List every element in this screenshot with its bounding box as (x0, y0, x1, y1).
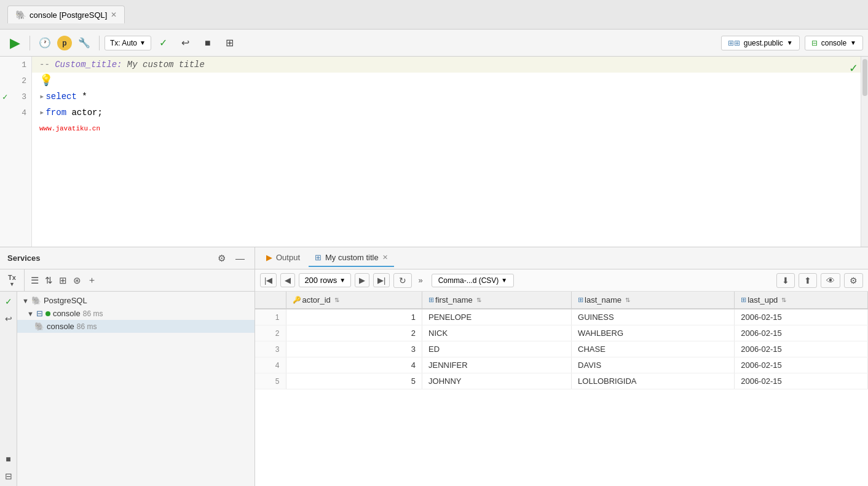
last-name-sort-icon: ⇅ (625, 297, 630, 303)
tree-item-console-2[interactable]: 🐘 console 86 ms (17, 320, 254, 333)
services-minimize-button[interactable]: — (233, 252, 247, 265)
cell-last-name: CHASE (572, 341, 735, 357)
cell-first-name: PENELOPE (422, 309, 572, 325)
code-line-1: -- Custom_title: My custom title (32, 57, 868, 73)
cell-first-name: ED (422, 341, 572, 357)
group-button[interactable]: ⊞ (57, 273, 69, 289)
cell-rownum: 1 (255, 309, 286, 325)
results-toolbar-right: ⬇ ⬆ 👁 ⚙ (776, 273, 863, 288)
data-table-wrap: 🔑 actor_id ⇅ ⊞ first_name ⇅ (255, 292, 868, 486)
first-name-col-icon: ⊞ (428, 296, 434, 304)
services-tree: ▼ 🐘 PostgreSQL ▼ ⊟ console 86 ms 🐘 conso… (17, 292, 254, 486)
cell-actor-id: 5 (286, 373, 422, 389)
commit-svc-button[interactable]: ✓ (4, 295, 14, 308)
tx-arrow-icon: ▼ (9, 281, 15, 287)
next-page-button[interactable]: ▶ (355, 273, 369, 287)
line-num-4: 4 (0, 105, 31, 121)
sort-button[interactable]: ⇅ (42, 273, 55, 289)
tree-label-postgres: PostgreSQL (44, 296, 87, 305)
postgres-icon: 🐘 (31, 296, 41, 305)
col-actor-id[interactable]: 🔑 actor_id ⇅ (286, 292, 422, 309)
history-button[interactable]: 🕐 (35, 34, 55, 52)
console-chevron-icon: ▼ (850, 39, 856, 46)
table-settings-button[interactable]: ⚙ (844, 273, 863, 288)
services-left-actions: ✓ ↩ ■ ⊟ (0, 292, 17, 486)
last-page-button[interactable]: ▶| (373, 273, 390, 287)
connect-button[interactable]: ⊛ (71, 273, 84, 289)
cell-first-name: JOHNNY (422, 373, 572, 389)
schema-selector[interactable]: ⊞⊞ guest.public ▼ (721, 36, 800, 50)
select-keyword: select (45, 89, 76, 105)
first-name-sort-icon: ⇅ (476, 297, 481, 303)
tree-item-console-1[interactable]: ▼ ⊟ console 86 ms (17, 307, 254, 320)
custom-title-key: Custom_title: (55, 57, 122, 73)
line-num-2: 2 (0, 73, 31, 89)
last-upd-sort-icon: ⇅ (781, 297, 786, 303)
bulb-icon: 💡 (39, 73, 53, 89)
table-row: 4 4 JENNIFER DAVIS 2006-02-15 (255, 357, 868, 373)
cell-last-name: LOLLOBRIGIDA (572, 373, 735, 389)
format-selector[interactable]: Comma-...d (CSV) ▼ (432, 274, 515, 287)
console-label: console (821, 39, 846, 47)
upload-button[interactable]: ⬆ (799, 273, 817, 288)
cell-first-name: NICK (422, 325, 572, 341)
editor-content[interactable]: -- Custom_title: My custom title 💡 ▸sele… (32, 57, 868, 247)
console-icon: ⊟ (811, 39, 818, 47)
col-first-name[interactable]: ⊞ first_name ⇅ (422, 292, 572, 309)
table-row: 5 5 JOHNNY LOLLOBRIGIDA 2006-02-15 (255, 373, 868, 389)
cell-rownum: 2 (255, 325, 286, 341)
cell-last-upd: 2006-02-15 (735, 325, 868, 341)
main-tab[interactable]: 🐘 console [PostgreSQL] ✕ (7, 6, 125, 23)
run-button[interactable]: ▶ (5, 34, 25, 52)
download-button[interactable]: ⬇ (776, 273, 795, 288)
stop-svc-button[interactable]: ■ (4, 453, 12, 465)
grid-button[interactable]: ⊞ (220, 34, 240, 52)
services-gear-button[interactable]: ⚙ (215, 252, 228, 265)
code-line-5: www.javatiku.cn (32, 121, 868, 137)
tx-indicator: Tx ▼ (0, 269, 25, 292)
cell-actor-id: 2 (286, 325, 422, 341)
services-header: Services ⚙ — (0, 247, 254, 269)
filter-button[interactable]: ☰ (28, 273, 41, 289)
refresh-button[interactable]: ↻ (393, 273, 412, 288)
fold-icon-3: ▸ (39, 89, 44, 105)
tab-output[interactable]: ▶ Output (260, 249, 306, 267)
tab-custom-title[interactable]: ⊞ My custom title ✕ (309, 249, 394, 267)
console-selector[interactable]: ⊟ console ▼ (805, 36, 863, 50)
commit-button[interactable]: ✓ (154, 34, 173, 52)
tab-close-icon[interactable]: ✕ (382, 253, 388, 261)
tx-text: Tx (8, 274, 16, 281)
format-chevron-icon: ▼ (501, 277, 507, 284)
custom-title-tab-icon: ⊞ (315, 253, 322, 262)
cell-last-upd: 2006-02-15 (735, 373, 868, 389)
grid-svc-button[interactable]: ⊟ (4, 470, 14, 482)
cell-actor-id: 4 (286, 357, 422, 373)
actor-id-col-icon: 🔑 (293, 296, 301, 304)
actor-id-col-label: actor_id (302, 295, 331, 305)
first-page-button[interactable]: |◀ (260, 273, 277, 287)
tx-selector[interactable]: Tx: Auto ▼ (105, 36, 151, 50)
settings-button[interactable]: 🔧 (74, 34, 94, 52)
editor-scrollbar[interactable] (861, 57, 868, 247)
stop-button[interactable]: ■ (198, 34, 218, 52)
tab-close-button[interactable]: ✕ (111, 10, 117, 19)
table-row: 2 2 NICK WAHLBERG 2006-02-15 (255, 325, 868, 341)
main-toolbar: ▶ 🕐 p 🔧 Tx: Auto ▼ ✓ ↩ ■ ⊞ ⊞⊞ guest.publ… (0, 30, 868, 57)
table-row: 3 3 ED CHASE 2006-02-15 (255, 341, 868, 357)
more-button[interactable]: » (416, 274, 425, 287)
col-last-name[interactable]: ⊞ last_name ⇅ (572, 292, 735, 309)
undo-button[interactable]: ↩ (176, 34, 195, 52)
tree-item-postgres[interactable]: ▼ 🐘 PostgreSQL (17, 294, 254, 307)
sep-2 (99, 36, 100, 50)
tree-label-console-2: console (47, 322, 74, 331)
services-action-btns: ☰ ⇅ ⊞ ⊛ ＋ (25, 272, 103, 289)
view-button[interactable]: 👁 (821, 273, 840, 288)
prev-page-button[interactable]: ◀ (280, 273, 295, 287)
col-last-update[interactable]: ⊞ last_upd ⇅ (735, 292, 868, 309)
rows-selector[interactable]: 200 rows ▼ (299, 273, 351, 287)
profile-button[interactable]: p (57, 36, 72, 50)
add-button[interactable]: ＋ (85, 272, 99, 289)
rollback-svc-button[interactable]: ↩ (4, 313, 14, 325)
output-label: Output (276, 253, 300, 262)
custom-title-tab-label: My custom title (325, 253, 379, 262)
